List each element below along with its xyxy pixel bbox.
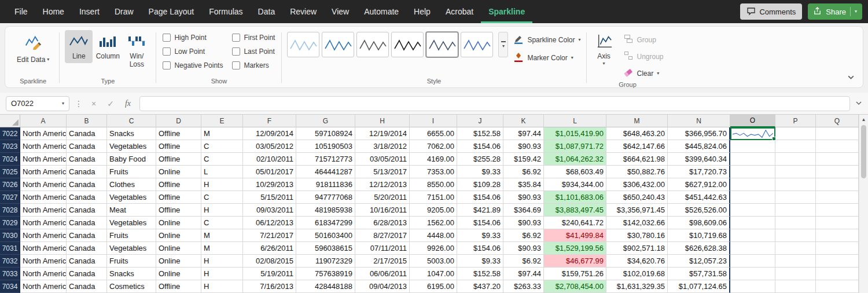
scrollbar-thumb[interactable] (861, 125, 866, 178)
cell[interactable]: $10,719.68 (668, 229, 730, 242)
row-header-7023[interactable]: 7023 (0, 140, 20, 153)
cell[interactable]: Canada (67, 140, 107, 153)
cell[interactable]: Canada (67, 268, 107, 280)
cell[interactable]: $263.33 (503, 280, 544, 293)
cell[interactable]: Canada (67, 242, 107, 255)
checkbox-first-point[interactable]: First Point (232, 34, 275, 42)
cell[interactable]: $35.84 (503, 178, 544, 191)
sparkline-style-6[interactable] (461, 32, 493, 57)
cell[interactable]: $650,240.43 (606, 191, 668, 204)
cell[interactable]: $399,640.34 (668, 153, 730, 166)
cell[interactable]: North America (20, 280, 67, 293)
cancel-icon[interactable]: × (88, 99, 100, 108)
vertical-scrollbar[interactable]: ▲ (859, 115, 868, 293)
cell[interactable]: 2/17/2015 (355, 255, 410, 268)
cell[interactable]: $68,603.49 (544, 166, 606, 178)
clear-button[interactable]: Clear ▾ (623, 67, 664, 79)
cell[interactable]: 6/28/2013 (355, 217, 410, 229)
cell[interactable] (775, 217, 816, 229)
column-header-G[interactable]: G (296, 115, 355, 127)
checkbox-negative-points[interactable]: Negative Points (163, 61, 223, 69)
cell[interactable]: 5003.00 (410, 255, 457, 268)
cell[interactable]: $12,057.23 (668, 255, 730, 268)
cell[interactable]: $1,631,329.35 (606, 280, 668, 293)
cell[interactable]: 6195.00 (410, 280, 457, 293)
cell[interactable]: Canada (67, 178, 107, 191)
cell[interactable] (816, 153, 859, 166)
cell[interactable] (775, 127, 816, 140)
cell[interactable]: 7062.00 (410, 140, 457, 153)
menu-tab-view[interactable]: View (324, 0, 356, 23)
cell[interactable]: Clothes (107, 178, 156, 191)
cell[interactable]: 7353.00 (410, 166, 457, 178)
cell[interactable]: 12/09/2014 (243, 127, 296, 140)
menu-tab-file[interactable]: File (7, 0, 35, 23)
column-header-J[interactable]: J (457, 115, 503, 127)
cell[interactable]: $364.69 (503, 204, 544, 217)
cell[interactable]: Canada (67, 217, 107, 229)
cell[interactable] (816, 242, 859, 255)
cell[interactable]: 7151.00 (410, 191, 457, 204)
ungroup-button[interactable]: Ungroup (623, 50, 664, 63)
cell[interactable]: $109.28 (457, 178, 503, 191)
cell[interactable]: $306,432.00 (606, 178, 668, 191)
cell[interactable]: 597108924 (296, 127, 355, 140)
cell[interactable]: $34,620.76 (606, 255, 668, 268)
cell[interactable]: $6.92 (503, 166, 544, 178)
cell[interactable]: $9.33 (457, 229, 503, 242)
cell[interactable]: 5/15/2011 (243, 191, 296, 204)
cell[interactable]: 501603400 (296, 229, 355, 242)
cell[interactable]: $648,463.20 (606, 127, 668, 140)
cell[interactable]: 6/26/2011 (243, 242, 296, 255)
cell[interactable] (816, 127, 859, 140)
cell[interactable]: Vegetables (107, 217, 156, 229)
menu-tab-automate[interactable]: Automate (356, 0, 406, 23)
cell[interactable]: North America (20, 166, 67, 178)
cell[interactable]: $159.42 (503, 153, 544, 166)
cell[interactable] (816, 280, 859, 293)
cell[interactable]: $41,499.84 (544, 229, 606, 242)
cell[interactable]: 6655.00 (410, 127, 457, 140)
cell[interactable]: Canada (67, 166, 107, 178)
cell[interactable]: Offline (156, 280, 201, 293)
cell[interactable]: North America (20, 140, 67, 153)
enter-icon[interactable]: ✓ (105, 99, 116, 108)
cell[interactable]: North America (20, 153, 67, 166)
cell[interactable]: Offline (156, 140, 201, 153)
row-header-7028[interactable]: 7028 (0, 204, 20, 217)
cell[interactable]: Canada (67, 127, 107, 140)
menu-tab-review[interactable]: Review (282, 0, 324, 23)
cell[interactable]: Cosmetics (107, 280, 156, 293)
cell[interactable]: 12/12/2013 (355, 178, 410, 191)
column-header-D[interactable]: D (156, 115, 201, 127)
cell[interactable]: Baby Food (107, 153, 156, 166)
cell[interactable]: $255.28 (457, 153, 503, 166)
row-header-7031[interactable]: 7031 (0, 242, 20, 255)
cell[interactable] (816, 268, 859, 280)
cell[interactable]: 02/10/2011 (243, 153, 296, 166)
cell[interactable]: North America (20, 127, 67, 140)
menu-tab-acrobat[interactable]: Acrobat (438, 0, 481, 23)
cell[interactable]: Offline (156, 191, 201, 204)
row-header-7027[interactable]: 7027 (0, 191, 20, 204)
cell[interactable]: H (201, 280, 243, 293)
cell[interactable]: $17,720.73 (668, 166, 730, 178)
cell[interactable] (775, 166, 816, 178)
cell[interactable]: $6.92 (503, 255, 544, 268)
cell[interactable] (775, 229, 816, 242)
cell[interactable]: 12/19/2014 (355, 127, 410, 140)
sparkline-style-1[interactable] (287, 32, 319, 57)
cell[interactable]: $664,621.98 (606, 153, 668, 166)
column-header-E[interactable]: E (201, 115, 243, 127)
cell[interactable]: $437.20 (457, 280, 503, 293)
cell[interactable]: 09/03/2011 (243, 204, 296, 217)
cell[interactable] (775, 242, 816, 255)
cell[interactable]: 10/16/2011 (355, 204, 410, 217)
cell[interactable] (775, 140, 816, 153)
cell[interactable]: North America (20, 191, 67, 204)
collapse-ribbon-button[interactable] (847, 73, 855, 83)
cell[interactable]: $159,751.26 (544, 268, 606, 280)
cell[interactable]: 4169.00 (410, 153, 457, 166)
cell[interactable] (730, 140, 775, 153)
cell[interactable]: $2,708,454.00 (544, 280, 606, 293)
